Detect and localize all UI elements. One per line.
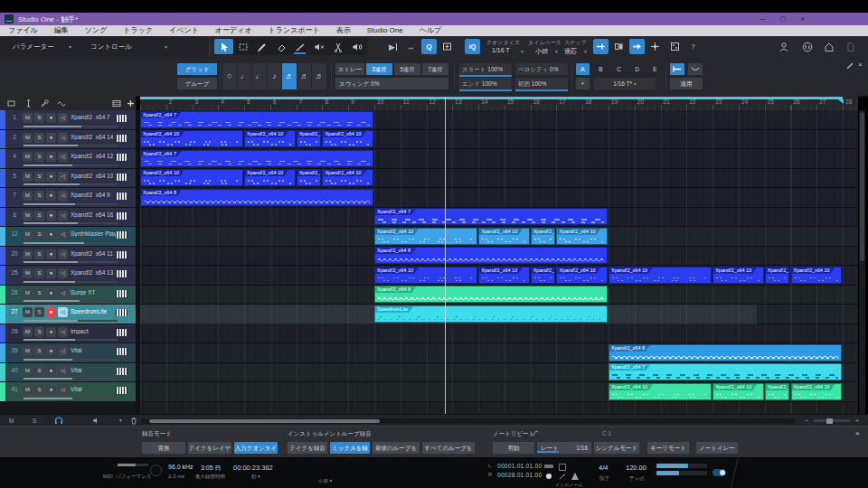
mute-button[interactable]: M	[23, 133, 33, 143]
solo-button[interactable]: S	[34, 133, 44, 143]
record-arm-button[interactable]: ●	[46, 191, 56, 201]
record-arm-button[interactable]: ●	[46, 307, 56, 317]
track-volume-fader[interactable]	[24, 300, 118, 302]
track-name[interactable]: Vital	[71, 367, 82, 373]
solo-button[interactable]: S	[34, 211, 44, 221]
menu-event[interactable]: イベント	[161, 25, 207, 36]
control-dropdown[interactable]: コントロール	[90, 42, 132, 52]
zoom-tool-button[interactable]: Q	[421, 39, 437, 54]
solo-button[interactable]: S	[34, 288, 44, 298]
monitor-button[interactable]: ◁	[58, 366, 68, 376]
solo-button[interactable]: S	[34, 366, 44, 376]
track-header-40[interactable]: 40MS●◁Vital	[0, 363, 136, 383]
instrument-keyboard-icon[interactable]	[116, 154, 127, 161]
crosshair-button[interactable]	[647, 39, 663, 54]
monitor-button[interactable]: ◁	[58, 327, 68, 337]
track-header-26[interactable]: 26MS●◁Surge XT	[0, 286, 136, 305]
track-name[interactable]: Xpand!2_x64 13	[71, 269, 113, 276]
timeline-ruler[interactable]: 2345678910111213141516171819202122232425…	[140, 96, 858, 111]
settings-knobs-icon[interactable]	[799, 39, 815, 54]
instrument-keyboard-icon[interactable]	[116, 212, 127, 220]
solo-button[interactable]: S	[34, 191, 44, 201]
track-header-8[interactable]: 8MS●◁Xpand!2_x64 16	[0, 208, 136, 228]
range-tool-button[interactable]	[233, 39, 252, 54]
midi-clip[interactable]: Xpand!2_x64 8	[140, 189, 373, 206]
mute-button[interactable]: M	[23, 211, 33, 221]
solo-button[interactable]: S	[34, 172, 44, 182]
record-arm-button[interactable]: ●	[46, 288, 56, 298]
quantize-end-control[interactable]: エンド 100%	[459, 78, 512, 89]
track-volume-fader[interactable]	[24, 281, 118, 283]
preset-e-button[interactable]: E	[648, 63, 662, 75]
midi-clip[interactable]: Xpand!2_x64 10	[556, 228, 608, 245]
record-arm-button[interactable]: ●	[46, 268, 56, 278]
solo-button[interactable]: S	[34, 152, 44, 162]
track-header-12[interactable]: 12MS●◁SynthMaster Player	[0, 227, 136, 247]
line-tool-button[interactable]	[290, 39, 309, 54]
monitor-button[interactable]: ◁	[58, 230, 68, 239]
snap-value[interactable]: 適応	[564, 47, 577, 56]
track-header-2[interactable]: 2MS●◁Xpand!2_x64 14	[0, 130, 136, 150]
note-sixteenth-button[interactable]: ♬	[282, 63, 297, 89]
menu-track[interactable]: トラック	[115, 25, 161, 36]
quantize-start-control[interactable]: スタート 100%	[459, 63, 512, 75]
midi-clip[interactable]: Xpand!2_x6	[531, 267, 556, 284]
close-editbar-icon[interactable]: ×	[858, 61, 863, 69]
solo-button[interactable]: S	[34, 327, 44, 337]
arrangement-area[interactable]: Xpand!2_x64 7Xpand!2_x64 10Xpand!2_x64 1…	[140, 110, 858, 414]
track-header-5[interactable]: 5MS●◁Xpand!2_x64 10	[0, 169, 136, 189]
apply-button[interactable]: 適用	[670, 78, 703, 89]
midi-clip[interactable]: Xpand!2_x64 8	[374, 286, 608, 303]
record-arm-button[interactable]: ●	[46, 211, 56, 221]
preset-a-button[interactable]: A	[576, 63, 590, 75]
macro-button[interactable]	[667, 39, 683, 54]
track-header-1[interactable]: 1MS●◁Xpand!2_x64 7	[0, 110, 136, 130]
loop-range-bar[interactable]	[140, 97, 843, 99]
note-sixtyfourth-button[interactable]: ♬	[312, 63, 326, 89]
automation-wave-icon[interactable]	[57, 99, 66, 108]
midi-clip[interactable]: Xpand!2_x64 10	[140, 130, 243, 147]
note-eighth-button[interactable]: ♪	[268, 63, 282, 89]
note-half-button[interactable]: ♩	[238, 63, 252, 89]
mute-tool-button[interactable]	[309, 39, 328, 54]
monitor-button[interactable]: ◁	[58, 133, 68, 143]
precount-icon[interactable]	[544, 465, 553, 468]
track-volume-fader[interactable]	[24, 164, 118, 166]
pencil-icon[interactable]	[846, 61, 854, 70]
track-header-25[interactable]: 25MS●◁Xpand!2_x64 13	[0, 266, 136, 286]
menu-transport[interactable]: トランスポート	[260, 25, 328, 36]
preset-c-button[interactable]: C	[612, 63, 626, 75]
track-name[interactable]: Xpand!2_x64 11	[71, 250, 113, 257]
menu-audio[interactable]: オーディオ	[207, 25, 260, 36]
instrument-keyboard-icon[interactable]	[116, 231, 127, 239]
midi-clip[interactable]: Xpand!2_x64 10	[791, 267, 843, 284]
zoom-in-icon[interactable]: +	[855, 417, 859, 425]
midi-clip[interactable]: Xpand!2_x6	[531, 228, 556, 245]
mute-button[interactable]: M	[23, 191, 33, 201]
midi-clip[interactable]: Xpand!2_x6	[297, 169, 322, 186]
record-arm-button[interactable]: ●	[46, 230, 56, 239]
undo-all-loops-button[interactable]: すべてのループを取り消す	[422, 442, 475, 454]
record-arm-button[interactable]: ●	[46, 366, 56, 376]
track-name[interactable]: Vital	[71, 347, 82, 353]
track-header-7[interactable]: 7MS●◁Xpand!2_x64 9	[0, 188, 136, 208]
quantize-range-control[interactable]: 範囲 100%	[515, 78, 568, 89]
monitor-button[interactable]: ◁	[58, 152, 68, 162]
track-volume-fader[interactable]	[24, 378, 118, 380]
mute-button[interactable]: M	[23, 385, 33, 395]
monitor-button[interactable]: ◁	[58, 249, 68, 259]
midi-clip[interactable]: Xpand!2_x64 10	[244, 130, 296, 147]
snap-to-grid-button[interactable]	[593, 39, 609, 54]
midi-clip[interactable]: Xpand!2_x64 7	[140, 150, 373, 167]
record-mix-button[interactable]: ミックスを録音	[330, 442, 370, 454]
record-arm-button[interactable]: ●	[46, 152, 56, 162]
record-arm-button[interactable]: ●	[46, 327, 56, 337]
note-thirtysecond-button[interactable]: ♬	[297, 63, 312, 89]
instrument-keyboard-icon[interactable]	[116, 192, 127, 200]
track-volume-fader[interactable]	[24, 398, 118, 399]
timebase-value[interactable]: 小節	[535, 47, 548, 56]
eraser-tool-button[interactable]	[271, 39, 290, 54]
wrench-icon[interactable]	[41, 99, 49, 108]
performance-label[interactable]: パフォーマンス	[116, 474, 151, 480]
record-arm-button[interactable]: ●	[46, 249, 56, 259]
